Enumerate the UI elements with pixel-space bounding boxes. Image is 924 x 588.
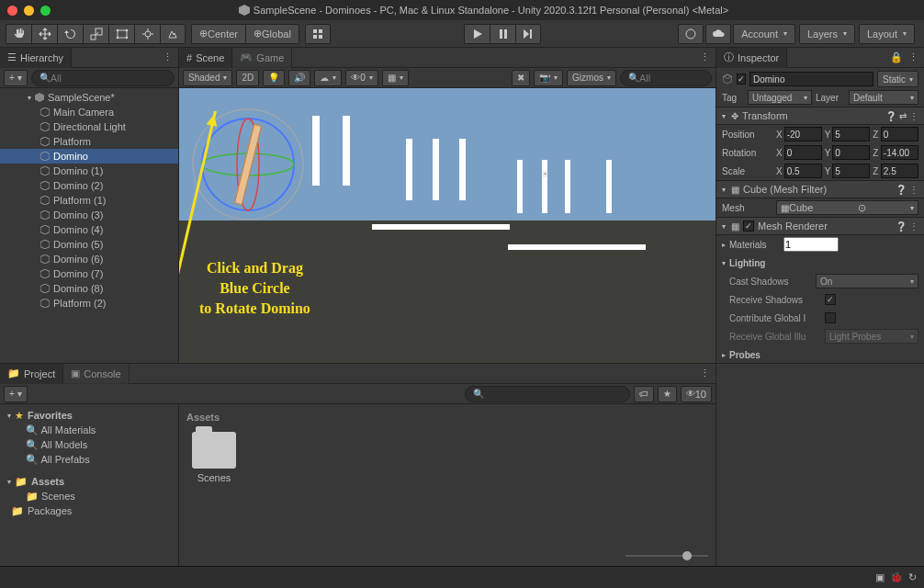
project-create-button[interactable]: + ▾: [4, 386, 28, 402]
project-search-input[interactable]: 🔍: [465, 386, 630, 402]
hierarchy-item[interactable]: Domino (8): [0, 281, 178, 296]
transform-tool-button[interactable]: [134, 24, 160, 44]
fullscreen-icon[interactable]: [40, 6, 51, 16]
scene-fx-icon[interactable]: ☁: [314, 70, 342, 86]
coords-global-button[interactable]: ⊕ Global: [245, 24, 299, 44]
hierarchy-item[interactable]: Platform: [0, 134, 178, 149]
project-grid[interactable]: Assets Scenes: [179, 404, 716, 566]
tab-game[interactable]: 🎮 Game: [232, 48, 292, 68]
light-gizmo-icon[interactable]: ☀: [541, 169, 549, 179]
shading-dropdown[interactable]: Shaded: [183, 70, 232, 86]
mesh-renderer-header[interactable]: ▾▦ Mesh Renderer❔ ⋮: [716, 217, 924, 235]
statusbar-icon[interactable]: ↻: [908, 571, 917, 583]
scene-viewport[interactable]: ☀ Click and DragBlue Circleto Rotate Dom…: [179, 88, 716, 363]
hierarchy-item[interactable]: Domino (6): [0, 252, 178, 266]
pivot-center-button[interactable]: ⊕ Center: [191, 24, 245, 44]
layer-dropdown[interactable]: Default: [849, 90, 918, 105]
receive-shadows-checkbox[interactable]: [825, 294, 836, 305]
hierarchy-search-input[interactable]: 🔍 All: [31, 70, 175, 86]
statusbar-icon[interactable]: ▣: [875, 571, 885, 583]
layers-dropdown[interactable]: Layers: [799, 24, 855, 44]
pos-z-input[interactable]: [881, 127, 918, 141]
scene-camera-icon[interactable]: 📷: [534, 70, 563, 86]
hierarchy-item[interactable]: Domino (7): [0, 266, 178, 281]
project-fav-icon[interactable]: ★: [658, 386, 677, 402]
minimize-icon[interactable]: [24, 6, 34, 16]
scale-tool-button[interactable]: [83, 24, 108, 44]
pause-button[interactable]: [490, 24, 515, 44]
close-icon[interactable]: [7, 6, 17, 16]
snap-button[interactable]: [305, 24, 331, 44]
favorite-item[interactable]: 🔍 All Prefabs: [0, 452, 178, 467]
hierarchy-create-button[interactable]: + ▾: [4, 70, 28, 86]
scene-vis-icon[interactable]: 👁0: [345, 70, 378, 86]
play-button[interactable]: [464, 24, 490, 44]
gizmos-dropdown[interactable]: Gizmos: [567, 70, 616, 86]
pos-x-input[interactable]: [784, 127, 822, 141]
object-active-checkbox[interactable]: [737, 74, 746, 85]
favorites-node[interactable]: ▾★ Favorites: [0, 408, 178, 423]
rotate-tool-button[interactable]: [57, 24, 83, 44]
scl-z-input[interactable]: [881, 164, 918, 178]
hierarchy-item[interactable]: Domino (3): [0, 208, 178, 222]
grid-size-slider[interactable]: [625, 551, 708, 560]
mesh-filter-header[interactable]: ▾▦ Cube (Mesh Filter)❔ ⋮: [716, 180, 924, 198]
contribute-gi-checkbox[interactable]: [825, 312, 836, 323]
panel-menu-icon[interactable]: ⋮: [697, 51, 712, 65]
tag-dropdown[interactable]: Untagged: [748, 90, 812, 105]
layout-dropdown[interactable]: Layout: [859, 24, 915, 44]
collab-button[interactable]: [678, 24, 704, 44]
tab-hierarchy[interactable]: ☰ Hierarchy: [0, 48, 72, 68]
project-hidden-icon[interactable]: 👁10: [681, 386, 712, 402]
tab-console[interactable]: ▣ Console: [63, 364, 129, 384]
panel-menu-icon[interactable]: ⋮: [697, 367, 712, 381]
hierarchy-scene[interactable]: ▾ SampleScene*: [0, 90, 178, 105]
custom-tool-button[interactable]: [160, 24, 186, 44]
hierarchy-item[interactable]: Directional Light: [0, 119, 178, 134]
panel-menu-icon[interactable]: ⋮: [906, 51, 920, 65]
materials-count-input[interactable]: [783, 237, 839, 252]
rect-tool-button[interactable]: [108, 24, 134, 44]
project-filter-icon[interactable]: 🏷: [634, 386, 654, 402]
tab-scene[interactable]: # Scene: [179, 48, 232, 68]
hierarchy-item[interactable]: Platform (2): [0, 296, 178, 311]
scene-search-input[interactable]: 🔍 All: [620, 70, 712, 86]
account-dropdown[interactable]: Account: [733, 24, 795, 44]
object-name-input[interactable]: [749, 72, 873, 86]
rot-x-input[interactable]: [784, 145, 822, 160]
pos-y-input[interactable]: [832, 127, 870, 141]
mesh-field[interactable]: ▦ Cube⊙: [776, 200, 918, 215]
scl-y-input[interactable]: [832, 164, 870, 178]
assets-node[interactable]: ▾📁 Assets: [0, 474, 178, 489]
hierarchy-item[interactable]: Domino (4): [0, 222, 178, 237]
transform-header[interactable]: ▾✥ Transform❔ ⇄ ⋮: [716, 107, 924, 125]
tab-inspector[interactable]: ⓘ Inspector: [716, 48, 787, 68]
statusbar-icon[interactable]: 🐞: [890, 571, 903, 583]
step-button[interactable]: [515, 24, 541, 44]
folder-scenes[interactable]: Scenes: [186, 432, 242, 483]
panel-menu-icon[interactable]: ⋮: [160, 51, 175, 65]
cast-shadows-dropdown[interactable]: On: [816, 274, 918, 288]
scene-grid-icon[interactable]: ▦: [382, 70, 409, 86]
favorite-item[interactable]: 🔍 All Models: [0, 437, 178, 452]
hierarchy-item[interactable]: Domino (1): [0, 164, 178, 178]
move-tool-button[interactable]: [31, 24, 57, 44]
tab-project[interactable]: 📁 Project: [0, 364, 63, 384]
hierarchy-item[interactable]: Platform (1): [0, 193, 178, 208]
hierarchy-item[interactable]: Main Camera: [0, 105, 178, 119]
hierarchy-item[interactable]: Domino (5): [0, 237, 178, 252]
static-dropdown[interactable]: Static: [877, 71, 918, 87]
asset-child[interactable]: 📁 Scenes: [0, 489, 178, 503]
mode-2d-button[interactable]: 2D: [236, 70, 259, 86]
mesh-renderer-checkbox[interactable]: [743, 220, 754, 232]
cloud-button[interactable]: [705, 24, 731, 44]
hierarchy-item[interactable]: Domino: [0, 149, 178, 164]
rot-y-input[interactable]: [832, 145, 870, 160]
scene-audio-icon[interactable]: 🔊: [288, 70, 310, 86]
packages-node[interactable]: 📁 Packages: [0, 503, 178, 518]
rot-z-input[interactable]: [881, 145, 918, 160]
lock-icon[interactable]: 🔒: [889, 51, 904, 65]
favorite-item[interactable]: 🔍 All Materials: [0, 423, 178, 437]
scene-tools-icon[interactable]: ✖: [512, 70, 530, 86]
hierarchy-item[interactable]: Domino (2): [0, 178, 178, 193]
